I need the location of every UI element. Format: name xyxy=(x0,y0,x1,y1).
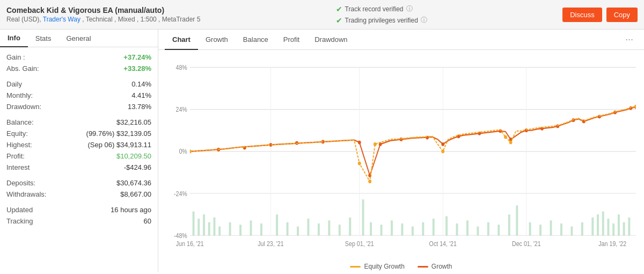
svg-text:-24%: -24% xyxy=(174,190,187,197)
svg-rect-66 xyxy=(618,214,620,235)
updated-row: Updated 16 hours ago xyxy=(6,204,151,215)
tracking-label: Tracking xyxy=(6,217,33,225)
withdrawals-label: Withdrawals: xyxy=(6,190,46,198)
legend-growth: Growth xyxy=(418,263,452,270)
more-options-icon[interactable]: ··· xyxy=(621,30,638,49)
verification-badges: ✔ Track record verified ⓘ ✔ Trading priv… xyxy=(336,4,427,25)
svg-text:Sep 01, '21: Sep 01, '21 xyxy=(345,241,374,248)
trading-privileges-badge: ✔ Trading privileges verified ⓘ xyxy=(336,16,427,25)
tab-general[interactable]: General xyxy=(58,30,98,47)
svg-rect-31 xyxy=(276,214,278,235)
chart-tab-balance[interactable]: Balance xyxy=(236,30,276,49)
svg-point-75 xyxy=(358,141,361,145)
right-panel: Chart Growth Balance Profit Drawdown ··· xyxy=(158,30,644,272)
interest-label: Interest xyxy=(6,163,30,171)
growth-legend-label: Growth xyxy=(431,263,452,270)
equity-label: Equity: xyxy=(6,129,28,138)
growth-chart: 48% 24% 0% -24% -48% Jun 16, '21 Jul 23,… xyxy=(166,55,636,259)
svg-rect-48 xyxy=(456,223,458,235)
svg-rect-26 xyxy=(218,227,221,236)
svg-point-97 xyxy=(374,142,377,146)
svg-rect-22 xyxy=(197,219,200,235)
svg-rect-50 xyxy=(477,227,479,236)
body: Info Stats General Gain : +37.24% Abs. G… xyxy=(0,30,644,272)
profit-value: $10,209.50 xyxy=(116,152,151,160)
svg-text:Jan 19, '22: Jan 19, '22 xyxy=(598,241,626,248)
chart-tab-chart[interactable]: Chart xyxy=(165,30,198,50)
tab-stats[interactable]: Stats xyxy=(28,30,59,47)
equity-row: Equity: (99.76%) $32,139.05 xyxy=(6,128,151,139)
drawdown-row: Drawdown: 13.78% xyxy=(6,101,151,112)
copy-button[interactable]: Copy xyxy=(606,8,638,22)
svg-text:Dec 01, '21: Dec 01, '21 xyxy=(512,241,541,248)
interest-value: -$424.96 xyxy=(124,163,151,171)
svg-rect-45 xyxy=(422,222,424,236)
svg-rect-51 xyxy=(487,222,489,236)
chart-tab-drawdown[interactable]: Drawdown xyxy=(307,30,355,49)
header-left: Comeback Kid & Vigorous EA (manual/auto)… xyxy=(6,6,200,23)
equity-growth-line xyxy=(188,105,636,183)
svg-rect-43 xyxy=(401,223,404,235)
svg-rect-32 xyxy=(287,222,289,236)
svg-rect-47 xyxy=(445,217,448,236)
info-icon-2[interactable]: ⓘ xyxy=(421,16,427,25)
account-subtitle: Real (USD), Trader's Way , Technical , M… xyxy=(6,16,200,23)
svg-rect-42 xyxy=(391,220,393,235)
svg-rect-65 xyxy=(612,223,614,235)
svg-rect-56 xyxy=(539,225,541,235)
account-title: Comeback Kid & Vigorous EA (manual/auto) xyxy=(6,6,200,15)
svg-rect-34 xyxy=(308,219,310,235)
svg-rect-63 xyxy=(602,212,604,236)
chart-tab-profit[interactable]: Profit xyxy=(276,30,307,49)
traders-way-link[interactable]: Trader's Way xyxy=(43,16,80,23)
svg-rect-37 xyxy=(339,225,341,235)
updated-value: 16 hours ago xyxy=(111,206,151,214)
highest-value: (Sep 06) $34,913.11 xyxy=(87,141,151,149)
gain-label: Gain : xyxy=(6,53,25,61)
chart-area: 48% 24% 0% -24% -48% Jun 16, '21 Jul 23,… xyxy=(158,50,644,259)
drawdown-value: 13.78% xyxy=(128,103,151,111)
daily-label: Daily xyxy=(6,80,22,88)
svg-rect-41 xyxy=(380,225,383,235)
svg-text:48%: 48% xyxy=(175,64,187,71)
tracking-row: Tracking 60 xyxy=(6,215,151,227)
svg-point-80 xyxy=(441,142,444,146)
legend-equity: Equity Growth xyxy=(350,263,404,270)
left-panel: Info Stats General Gain : +37.24% Abs. G… xyxy=(0,30,158,272)
gain-row: Gain : +37.24% xyxy=(6,52,151,63)
check-icon-2: ✔ xyxy=(336,16,342,25)
discuss-button[interactable]: Discuss xyxy=(562,8,602,22)
check-icon-1: ✔ xyxy=(336,5,342,13)
svg-rect-58 xyxy=(560,223,562,235)
info-icon-1[interactable]: ⓘ xyxy=(406,4,413,13)
track-record-badge: ✔ Track record verified ⓘ xyxy=(336,4,427,13)
header: Comeback Kid & Vigorous EA (manual/auto)… xyxy=(0,0,644,30)
svg-rect-23 xyxy=(203,214,205,235)
svg-point-98 xyxy=(441,149,444,153)
deposits-label: Deposits: xyxy=(6,179,35,187)
svg-point-94 xyxy=(188,149,192,153)
chart-tab-growth[interactable]: Growth xyxy=(198,30,236,49)
monthly-label: Monthly: xyxy=(6,91,33,99)
svg-text:Jun 16, '21: Jun 16, '21 xyxy=(176,241,204,248)
svg-rect-25 xyxy=(214,218,216,236)
svg-rect-52 xyxy=(497,225,500,235)
svg-point-95 xyxy=(358,162,361,165)
svg-rect-28 xyxy=(239,225,241,235)
svg-rect-40 xyxy=(370,222,372,236)
updated-label: Updated xyxy=(6,206,33,214)
svg-text:Jul 23, '21: Jul 23, '21 xyxy=(258,241,283,248)
monthly-value: 4.41% xyxy=(131,91,151,99)
daily-value: 0.14% xyxy=(131,80,151,88)
growth-legend-color xyxy=(418,266,428,268)
svg-rect-29 xyxy=(250,220,252,235)
tab-info[interactable]: Info xyxy=(0,30,28,47)
header-actions: Discuss Copy xyxy=(562,8,638,22)
svg-rect-35 xyxy=(318,223,320,235)
profit-label: Profit: xyxy=(6,152,25,160)
svg-rect-21 xyxy=(193,212,195,236)
interest-row: Interest -$424.96 xyxy=(6,162,151,173)
deposits-row: Deposits: $30,674.36 xyxy=(6,177,151,189)
svg-point-96 xyxy=(368,179,371,183)
withdrawals-value: $8,667.00 xyxy=(120,190,151,198)
